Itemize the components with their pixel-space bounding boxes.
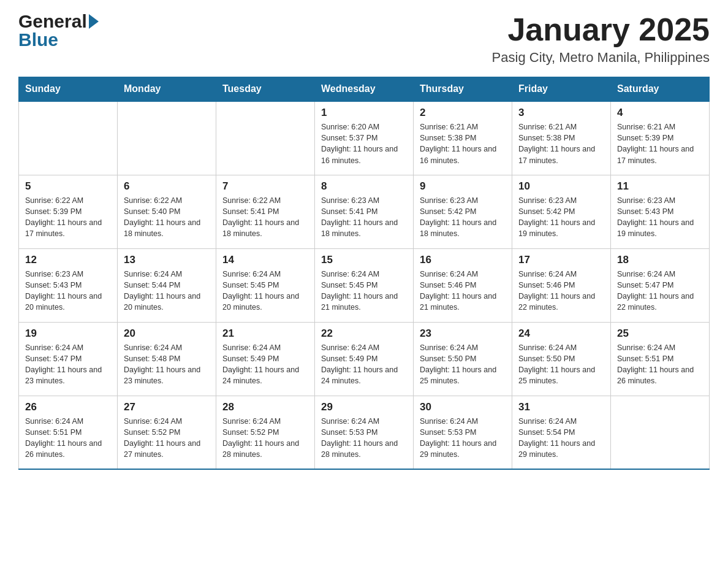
day-info: Sunrise: 6:24 AMSunset: 5:47 PMDaylight:… bbox=[25, 342, 111, 387]
day-info: Sunrise: 6:23 AMSunset: 5:42 PMDaylight:… bbox=[420, 195, 506, 240]
day-number: 24 bbox=[518, 327, 604, 340]
logo-triangle-icon bbox=[89, 14, 99, 29]
calendar-cell: 18Sunrise: 6:24 AMSunset: 5:47 PMDayligh… bbox=[611, 248, 710, 322]
day-info: Sunrise: 6:21 AMSunset: 5:38 PMDaylight:… bbox=[518, 121, 604, 166]
calendar-cell: 13Sunrise: 6:24 AMSunset: 5:44 PMDayligh… bbox=[118, 248, 216, 322]
calendar-cell bbox=[118, 101, 216, 175]
day-info: Sunrise: 6:24 AMSunset: 5:52 PMDaylight:… bbox=[124, 416, 210, 461]
day-info: Sunrise: 6:24 AMSunset: 5:51 PMDaylight:… bbox=[25, 416, 111, 461]
calendar-cell: 15Sunrise: 6:24 AMSunset: 5:45 PMDayligh… bbox=[315, 248, 414, 322]
day-number: 16 bbox=[420, 254, 506, 266]
calendar-cell: 3Sunrise: 6:21 AMSunset: 5:38 PMDaylight… bbox=[512, 101, 611, 175]
day-number: 13 bbox=[124, 254, 210, 266]
logo-general-text: General bbox=[18, 12, 87, 31]
header-cell-wednesday: Wednesday bbox=[315, 77, 414, 102]
day-info: Sunrise: 6:24 AMSunset: 5:53 PMDaylight:… bbox=[420, 416, 506, 461]
day-number: 19 bbox=[25, 327, 111, 340]
day-number: 15 bbox=[321, 254, 407, 266]
calendar-cell: 19Sunrise: 6:24 AMSunset: 5:47 PMDayligh… bbox=[19, 322, 118, 396]
logo: General Blue bbox=[18, 12, 99, 49]
calendar-cell: 11Sunrise: 6:23 AMSunset: 5:43 PMDayligh… bbox=[611, 175, 710, 248]
day-number: 3 bbox=[518, 107, 604, 119]
calendar-cell: 22Sunrise: 6:24 AMSunset: 5:49 PMDayligh… bbox=[315, 322, 414, 396]
day-number: 21 bbox=[222, 327, 308, 340]
day-info: Sunrise: 6:24 AMSunset: 5:51 PMDaylight:… bbox=[617, 342, 703, 387]
calendar-week-4: 19Sunrise: 6:24 AMSunset: 5:47 PMDayligh… bbox=[19, 322, 710, 396]
calendar-cell: 31Sunrise: 6:24 AMSunset: 5:54 PMDayligh… bbox=[512, 396, 611, 469]
day-number: 26 bbox=[25, 401, 111, 413]
day-info: Sunrise: 6:24 AMSunset: 5:50 PMDaylight:… bbox=[420, 342, 506, 387]
calendar-header: SundayMondayTuesdayWednesdayThursdayFrid… bbox=[19, 77, 710, 102]
calendar-cell: 30Sunrise: 6:24 AMSunset: 5:53 PMDayligh… bbox=[414, 396, 512, 469]
calendar-cell: 14Sunrise: 6:24 AMSunset: 5:45 PMDayligh… bbox=[216, 248, 315, 322]
day-number: 29 bbox=[321, 401, 407, 413]
calendar-subtitle: Pasig City, Metro Manila, Philippines bbox=[492, 50, 710, 66]
day-info: Sunrise: 6:23 AMSunset: 5:42 PMDaylight:… bbox=[518, 195, 604, 240]
calendar-cell: 4Sunrise: 6:21 AMSunset: 5:39 PMDaylight… bbox=[611, 101, 710, 175]
calendar-cell: 28Sunrise: 6:24 AMSunset: 5:52 PMDayligh… bbox=[216, 396, 315, 469]
calendar-cell: 27Sunrise: 6:24 AMSunset: 5:52 PMDayligh… bbox=[118, 396, 216, 469]
day-number: 14 bbox=[222, 254, 308, 266]
calendar-table: SundayMondayTuesdayWednesdayThursdayFrid… bbox=[18, 77, 710, 470]
day-info: Sunrise: 6:24 AMSunset: 5:54 PMDaylight:… bbox=[518, 416, 604, 461]
header-cell-friday: Friday bbox=[512, 77, 611, 102]
calendar-body: 1Sunrise: 6:20 AMSunset: 5:37 PMDaylight… bbox=[19, 101, 710, 469]
day-number: 5 bbox=[25, 180, 111, 193]
day-info: Sunrise: 6:24 AMSunset: 5:45 PMDaylight:… bbox=[222, 269, 308, 313]
day-number: 27 bbox=[124, 401, 210, 413]
calendar-cell: 1Sunrise: 6:20 AMSunset: 5:37 PMDaylight… bbox=[315, 101, 414, 175]
calendar-cell: 29Sunrise: 6:24 AMSunset: 5:53 PMDayligh… bbox=[315, 396, 414, 469]
day-number: 2 bbox=[420, 107, 506, 119]
day-number: 12 bbox=[25, 254, 111, 266]
calendar-cell: 5Sunrise: 6:22 AMSunset: 5:39 PMDaylight… bbox=[19, 175, 118, 248]
calendar-cell: 9Sunrise: 6:23 AMSunset: 5:42 PMDaylight… bbox=[414, 175, 512, 248]
day-number: 20 bbox=[124, 327, 210, 340]
day-info: Sunrise: 6:23 AMSunset: 5:43 PMDaylight:… bbox=[25, 269, 111, 313]
day-info: Sunrise: 6:20 AMSunset: 5:37 PMDaylight:… bbox=[321, 121, 407, 166]
day-info: Sunrise: 6:24 AMSunset: 5:49 PMDaylight:… bbox=[222, 342, 308, 387]
header-row: SundayMondayTuesdayWednesdayThursdayFrid… bbox=[19, 77, 710, 102]
calendar-cell bbox=[19, 101, 118, 175]
calendar-cell: 12Sunrise: 6:23 AMSunset: 5:43 PMDayligh… bbox=[19, 248, 118, 322]
day-info: Sunrise: 6:24 AMSunset: 5:53 PMDaylight:… bbox=[321, 416, 407, 461]
calendar-cell: 23Sunrise: 6:24 AMSunset: 5:50 PMDayligh… bbox=[414, 322, 512, 396]
day-info: Sunrise: 6:24 AMSunset: 5:47 PMDaylight:… bbox=[617, 269, 703, 313]
header-cell-thursday: Thursday bbox=[414, 77, 512, 102]
calendar-cell bbox=[216, 101, 315, 175]
day-number: 4 bbox=[617, 107, 703, 119]
day-number: 25 bbox=[617, 327, 703, 340]
day-info: Sunrise: 6:22 AMSunset: 5:40 PMDaylight:… bbox=[124, 195, 210, 240]
day-info: Sunrise: 6:21 AMSunset: 5:39 PMDaylight:… bbox=[617, 121, 703, 166]
day-number: 28 bbox=[222, 401, 308, 413]
day-info: Sunrise: 6:24 AMSunset: 5:48 PMDaylight:… bbox=[124, 342, 210, 387]
header-cell-sunday: Sunday bbox=[19, 77, 118, 102]
header-cell-monday: Monday bbox=[118, 77, 216, 102]
day-info: Sunrise: 6:23 AMSunset: 5:43 PMDaylight:… bbox=[617, 195, 703, 240]
day-number: 10 bbox=[518, 180, 604, 193]
calendar-cell: 17Sunrise: 6:24 AMSunset: 5:46 PMDayligh… bbox=[512, 248, 611, 322]
calendar-cell: 25Sunrise: 6:24 AMSunset: 5:51 PMDayligh… bbox=[611, 322, 710, 396]
day-info: Sunrise: 6:24 AMSunset: 5:49 PMDaylight:… bbox=[321, 342, 407, 387]
calendar-week-3: 12Sunrise: 6:23 AMSunset: 5:43 PMDayligh… bbox=[19, 248, 710, 322]
day-info: Sunrise: 6:22 AMSunset: 5:39 PMDaylight:… bbox=[25, 195, 111, 240]
calendar-week-5: 26Sunrise: 6:24 AMSunset: 5:51 PMDayligh… bbox=[19, 396, 710, 469]
day-number: 9 bbox=[420, 180, 506, 193]
calendar-week-2: 5Sunrise: 6:22 AMSunset: 5:39 PMDaylight… bbox=[19, 175, 710, 248]
logo-blue-text: Blue bbox=[18, 31, 99, 49]
calendar-week-1: 1Sunrise: 6:20 AMSunset: 5:37 PMDaylight… bbox=[19, 101, 710, 175]
calendar-cell: 10Sunrise: 6:23 AMSunset: 5:42 PMDayligh… bbox=[512, 175, 611, 248]
day-number: 8 bbox=[321, 180, 407, 193]
calendar-cell: 2Sunrise: 6:21 AMSunset: 5:38 PMDaylight… bbox=[414, 101, 512, 175]
day-info: Sunrise: 6:24 AMSunset: 5:46 PMDaylight:… bbox=[420, 269, 506, 313]
calendar-cell: 20Sunrise: 6:24 AMSunset: 5:48 PMDayligh… bbox=[118, 322, 216, 396]
day-info: Sunrise: 6:21 AMSunset: 5:38 PMDaylight:… bbox=[420, 121, 506, 166]
day-number: 11 bbox=[617, 180, 703, 193]
day-info: Sunrise: 6:24 AMSunset: 5:52 PMDaylight:… bbox=[222, 416, 308, 461]
calendar-cell: 21Sunrise: 6:24 AMSunset: 5:49 PMDayligh… bbox=[216, 322, 315, 396]
day-number: 31 bbox=[518, 401, 604, 413]
day-info: Sunrise: 6:24 AMSunset: 5:46 PMDaylight:… bbox=[518, 269, 604, 313]
day-info: Sunrise: 6:24 AMSunset: 5:45 PMDaylight:… bbox=[321, 269, 407, 313]
header-cell-saturday: Saturday bbox=[611, 77, 710, 102]
day-info: Sunrise: 6:24 AMSunset: 5:50 PMDaylight:… bbox=[518, 342, 604, 387]
calendar-title: January 2025 bbox=[492, 12, 710, 47]
